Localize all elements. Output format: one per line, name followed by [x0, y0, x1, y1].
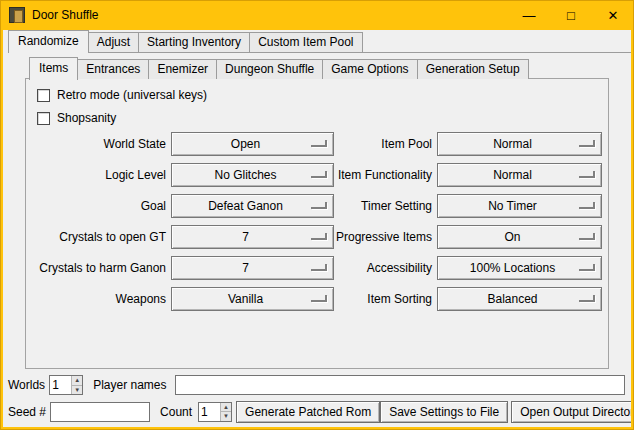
accessibility-value: 100% Locations [470, 261, 569, 275]
progressive-items-value: On [504, 230, 534, 244]
window-controls: — □ ✕ [508, 0, 634, 30]
crystals-ganon-dropdown[interactable]: 7 [171, 256, 334, 280]
retro-mode-checkbox[interactable] [37, 89, 50, 102]
accessibility-label: Accessibility [334, 261, 432, 275]
goal-label: Goal [26, 199, 166, 213]
count-label: Count [160, 405, 192, 419]
option-row: Crystals to open GT 7 Progressive Items … [26, 225, 602, 249]
worlds-spin-arrows: ▲ ▼ [71, 376, 82, 394]
logic-level-dropdown[interactable]: No Glitches [171, 163, 334, 187]
dropdown-indicator-icon [311, 140, 327, 147]
tab-enemizer[interactable]: Enemizer [148, 59, 217, 79]
dropdown-indicator-icon [579, 295, 595, 302]
spin-up-button[interactable]: ▲ [72, 376, 82, 386]
title-bar[interactable]: Door Shuffle — □ ✕ [0, 0, 634, 30]
close-button[interactable]: ✕ [592, 0, 634, 30]
primary-tab-bar: Randomize Adjust Starting Inventory Cust… [8, 32, 631, 53]
crystals-ganon-value: 7 [242, 261, 263, 275]
item-sorting-label: Item Sorting [334, 292, 432, 306]
spin-up-button[interactable]: ▲ [221, 403, 231, 413]
weapons-dropdown[interactable]: Vanilla [171, 287, 334, 311]
crystals-ganon-label: Crystals to harm Ganon [26, 261, 166, 275]
progressive-items-dropdown[interactable]: On [437, 225, 602, 249]
timer-setting-value: No Timer [488, 199, 551, 213]
goal-dropdown[interactable]: Defeat Ganon [171, 194, 334, 218]
progressive-items-label: Progressive Items [334, 230, 432, 244]
options-grid: World State Open Item Pool Normal Logic … [26, 132, 602, 318]
dropdown-indicator-icon [579, 171, 595, 178]
player-names-label: Player names [93, 378, 166, 392]
logic-level-value: No Glitches [214, 168, 290, 182]
item-pool-label: Item Pool [334, 137, 432, 151]
seed-input[interactable] [50, 402, 150, 422]
count-spin-arrows: ▲ ▼ [220, 403, 231, 421]
tab-custom-item-pool[interactable]: Custom Item Pool [249, 32, 362, 52]
world-state-label: World State [26, 137, 166, 151]
retro-mode-checkbox-row[interactable]: Retro mode (universal keys) [37, 87, 207, 103]
worlds-row: Worlds ▲ ▼ Player names [8, 374, 625, 396]
shopsanity-label: Shopsanity [57, 111, 116, 125]
app-window: Door Shuffle — □ ✕ Randomize Adjust Star… [0, 0, 634, 430]
dropdown-indicator-icon [311, 295, 327, 302]
tab-entrances[interactable]: Entrances [77, 59, 149, 79]
maximize-icon: □ [567, 9, 575, 22]
dropdown-indicator-icon [579, 202, 595, 209]
save-settings-button[interactable]: Save Settings to File [380, 401, 508, 423]
shopsanity-checkbox-row[interactable]: Shopsanity [37, 110, 116, 126]
open-output-button[interactable]: Open Output Directory [511, 401, 631, 423]
item-functionality-value: Normal [493, 168, 546, 182]
option-row: World State Open Item Pool Normal [26, 132, 602, 156]
tab-adjust[interactable]: Adjust [88, 32, 139, 52]
tab-dungeon-shuffle[interactable]: Dungeon Shuffle [216, 59, 323, 79]
weapons-value: Vanilla [228, 292, 277, 306]
window-title: Door Shuffle [32, 8, 99, 22]
items-tab-pane: Retro mode (universal keys) Shopsanity W… [25, 78, 609, 369]
tab-starting-inventory[interactable]: Starting Inventory [138, 32, 250, 52]
item-pool-dropdown[interactable]: Normal [437, 132, 602, 156]
weapons-label: Weapons [26, 292, 166, 306]
world-state-dropdown[interactable]: Open [171, 132, 334, 156]
tab-game-options[interactable]: Game Options [322, 59, 417, 79]
worlds-spinbox[interactable]: ▲ ▼ [49, 375, 83, 395]
dropdown-indicator-icon [579, 140, 595, 147]
spin-down-button[interactable]: ▼ [72, 386, 82, 395]
count-spinbox[interactable]: ▲ ▼ [198, 402, 232, 422]
timer-setting-label: Timer Setting [334, 199, 432, 213]
crystals-gt-label: Crystals to open GT [26, 230, 166, 244]
item-functionality-dropdown[interactable]: Normal [437, 163, 602, 187]
timer-setting-dropdown[interactable]: No Timer [437, 194, 602, 218]
tab-randomize[interactable]: Randomize [8, 30, 89, 53]
crystals-gt-dropdown[interactable]: 7 [171, 225, 334, 249]
retro-mode-label: Retro mode (universal keys) [57, 88, 207, 102]
generate-rom-button[interactable]: Generate Patched Rom [236, 401, 380, 423]
dropdown-indicator-icon [579, 233, 595, 240]
spin-down-button[interactable]: ▼ [221, 412, 231, 421]
option-row: Crystals to harm Ganon 7 Accessibility 1… [26, 256, 602, 280]
dropdown-indicator-icon [579, 264, 595, 271]
minimize-icon: — [523, 9, 536, 22]
dropdown-indicator-icon [311, 233, 327, 240]
option-row: Weapons Vanilla Item Sorting Balanced [26, 287, 602, 311]
count-spin-input[interactable] [199, 403, 220, 421]
seed-label: Seed # [8, 405, 46, 419]
player-names-input[interactable] [175, 375, 626, 395]
logic-level-label: Logic Level [26, 168, 166, 182]
close-icon: ✕ [608, 9, 619, 22]
worlds-label: Worlds [8, 378, 45, 392]
seed-row: Seed # Count ▲ ▼ Generate Patched Rom Sa… [8, 400, 625, 423]
maximize-button[interactable]: □ [550, 0, 592, 30]
spin-down-icon: ▼ [223, 413, 229, 419]
client-area: Randomize Adjust Starting Inventory Cust… [3, 30, 631, 427]
tab-items[interactable]: Items [29, 57, 78, 80]
item-sorting-dropdown[interactable]: Balanced [437, 287, 602, 311]
minimize-button[interactable]: — [508, 0, 550, 30]
worlds-spin-input[interactable] [50, 376, 71, 394]
option-row: Goal Defeat Ganon Timer Setting No Timer [26, 194, 602, 218]
dropdown-indicator-icon [311, 202, 327, 209]
item-pool-value: Normal [493, 137, 546, 151]
tab-generation-setup[interactable]: Generation Setup [417, 59, 529, 79]
accessibility-dropdown[interactable]: 100% Locations [437, 256, 602, 280]
app-icon [9, 7, 25, 23]
option-row: Logic Level No Glitches Item Functionali… [26, 163, 602, 187]
shopsanity-checkbox[interactable] [37, 112, 50, 125]
